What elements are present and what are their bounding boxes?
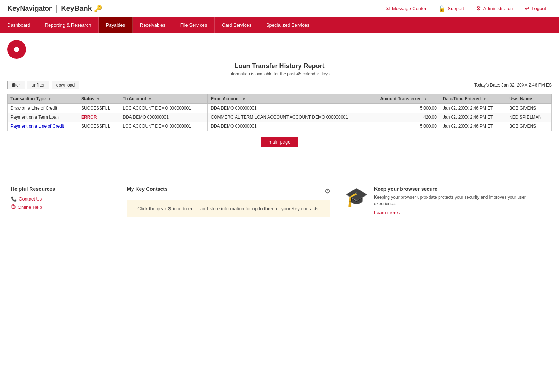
report-title: Loan Transfer History Report	[7, 62, 552, 70]
administration-label: Administration	[483, 6, 513, 11]
nav-item-specialized[interactable]: Specialized Services	[259, 17, 317, 33]
logo-separator: |	[55, 4, 57, 14]
cell-username: NED SPIELMAN	[506, 113, 552, 122]
support-link[interactable]: 🔒 Support	[432, 3, 470, 14]
my-key-contacts-title: My Key Contacts	[127, 186, 168, 192]
my-key-contacts-section: My Key Contacts ⚙ Click the gear ⚙ icon …	[127, 186, 330, 217]
main-page-btn-wrap: main page	[7, 137, 552, 147]
cell-transaction-type: Payment on a Term Loan	[8, 113, 78, 122]
cell-from-account: DDA DEMO 000000001	[208, 122, 377, 131]
sort-arrow-to-account: ▼	[149, 97, 152, 101]
logout-icon: ↩	[525, 5, 529, 12]
col-transaction-type[interactable]: Transaction Type ▼	[8, 94, 78, 104]
col-to-account[interactable]: To Account ▼	[120, 94, 208, 104]
keybank-label: KeyBank	[61, 4, 92, 13]
circle-help-icon: ⓵	[11, 204, 16, 210]
loan-transfer-table: Transaction Type ▼ Status ▼ To Account ▼…	[7, 94, 552, 131]
cell-to-account: LOC ACCOUNT DEMO 000000001	[120, 104, 208, 113]
col-username[interactable]: User Name	[506, 94, 552, 104]
header-actions: ✉ Message Center 🔒 Support ⚙ Administrat…	[379, 3, 552, 14]
sort-arrow-status: ▼	[97, 97, 100, 101]
filter-button[interactable]: filter	[7, 81, 25, 89]
learn-more-label: Learn more	[374, 210, 398, 215]
report-header: Loan Transfer History Report Information…	[7, 62, 552, 76]
unfilter-button[interactable]: unfilter	[27, 81, 49, 89]
toolbar-left: filter unfilter download	[7, 81, 79, 89]
sort-arrow-datetime: ▼	[483, 97, 487, 101]
logout-label: Logout	[532, 6, 546, 11]
helpful-resources-title: Helpful Resources	[11, 186, 113, 192]
col-status[interactable]: Status ▼	[78, 94, 120, 104]
secure-description: Keeping your browser up-to-date protects…	[374, 194, 548, 207]
chevron-right-icon: ›	[399, 210, 400, 215]
main-page-button[interactable]: main page	[261, 137, 298, 147]
secure-title: Keep your browser secure	[374, 186, 548, 192]
nav-item-payables[interactable]: Payables	[99, 17, 133, 33]
download-button[interactable]: download	[52, 81, 79, 89]
helpful-resources-section: Helpful Resources 📞 Contact Us ⓵ Online …	[11, 186, 113, 213]
nav-item-card-services[interactable]: Card Services	[215, 17, 259, 33]
logout-link[interactable]: ↩ Logout	[519, 3, 552, 14]
cell-datetime: Jan 02, 20XX 2:46 PM ET	[440, 122, 506, 131]
nav-item-dashboard[interactable]: Dashboard	[0, 17, 38, 33]
cell-from-account: DDA DEMO 000000001	[208, 104, 377, 113]
learn-more-link[interactable]: Learn more ›	[374, 210, 401, 215]
cell-amount: 420.00	[377, 113, 440, 122]
contacts-notice: Click the gear ⚙ icon to enter and store…	[127, 200, 330, 217]
cell-transaction-type: Draw on a Line of Credit	[8, 104, 78, 113]
page-header: KeyNavigator | KeyBank 🔑 ✉ Message Cente…	[0, 0, 559, 17]
message-center-link[interactable]: ✉ Message Center	[379, 3, 432, 14]
envelope-icon: ✉	[385, 5, 390, 12]
circle-inner	[14, 47, 19, 52]
col-from-account[interactable]: From Account ▼	[208, 94, 377, 104]
main-nav: Dashboard Reporting & Research Payables …	[0, 17, 559, 33]
contact-us-link[interactable]: 📞 Contact Us	[11, 196, 113, 202]
nav-item-reporting[interactable]: Reporting & Research	[38, 17, 99, 33]
cell-from-account: COMMERCIAL TERM LOAN ACCOUNT ACCOUNT DEM…	[208, 113, 377, 122]
cell-username: BOB GIVENS	[506, 122, 552, 131]
logo-keybank: KeyBank 🔑	[61, 4, 102, 13]
table-row: Draw on a Line of CreditSUCCESSFULLOC AC…	[8, 104, 552, 113]
cell-transaction-type[interactable]: Payment on a Line of Credit	[8, 122, 78, 131]
brand-circle-logo	[7, 40, 26, 59]
table-row: Payment on a Line of CreditSUCCESSFULLOC…	[8, 122, 552, 131]
cell-username: BOB GIVENS	[506, 104, 552, 113]
table-header-row: Transaction Type ▼ Status ▼ To Account ▼…	[8, 94, 552, 104]
key-icon: 🔑	[94, 5, 102, 13]
today-date: Today's Date: Jan 02, 20XX 2:46 PM ES	[474, 83, 552, 88]
report-toolbar: filter unfilter download Today's Date: J…	[7, 81, 552, 89]
nav-item-file-services[interactable]: File Services	[173, 17, 215, 33]
contacts-gear-icon[interactable]: ⚙	[325, 187, 330, 195]
cell-datetime: Jan 02, 20XX 2:46 PM ET	[440, 104, 506, 113]
cell-amount: 5,000.00	[377, 122, 440, 131]
nav-item-receivables[interactable]: Receivables	[133, 17, 173, 33]
support-icon: 🔒	[438, 5, 445, 12]
support-label: Support	[448, 6, 464, 11]
table-row: Payment on a Term LoanERRORDDA DEMO 0000…	[8, 113, 552, 122]
message-center-label: Message Center	[392, 6, 426, 11]
secure-text: Keep your browser secure Keeping your br…	[374, 186, 548, 215]
cell-status: ERROR	[78, 113, 120, 122]
sort-arrow-transaction: ▼	[48, 97, 51, 101]
logo-keynavigator: KeyNavigator	[7, 4, 52, 13]
page-footer: Helpful Resources 📞 Contact Us ⓵ Online …	[0, 177, 559, 226]
main-content: Loan Transfer History Report Information…	[0, 33, 559, 177]
cell-amount: 5,000.00	[377, 104, 440, 113]
cell-datetime: Jan 02, 20XX 2:46 PM ET	[440, 113, 506, 122]
sort-arrow-from-account: ▼	[242, 97, 246, 101]
gear-icon: ⚙	[476, 5, 481, 12]
cell-status: SUCCESSFUL	[78, 122, 120, 131]
online-help-link[interactable]: ⓵ Online Help	[11, 204, 113, 210]
report-subtitle: Information is available for the past 45…	[7, 71, 552, 76]
sort-arrow-amount: ▲	[424, 97, 427, 101]
logo-area: KeyNavigator | KeyBank 🔑	[7, 4, 102, 14]
col-datetime[interactable]: Date/Time Entered ▼	[440, 94, 506, 104]
cell-status: SUCCESSFUL	[78, 104, 120, 113]
administration-link[interactable]: ⚙ Administration	[470, 3, 519, 14]
graduation-cap-icon: 🎓	[345, 188, 368, 206]
contacts-header: My Key Contacts ⚙	[127, 186, 330, 196]
contact-us-label: Contact Us	[19, 196, 42, 202]
col-amount[interactable]: Amount Transferred ▲	[377, 94, 440, 104]
online-help-label: Online Help	[18, 204, 42, 210]
cell-to-account: LOC ACCOUNT DEMO 000000001	[120, 122, 208, 131]
